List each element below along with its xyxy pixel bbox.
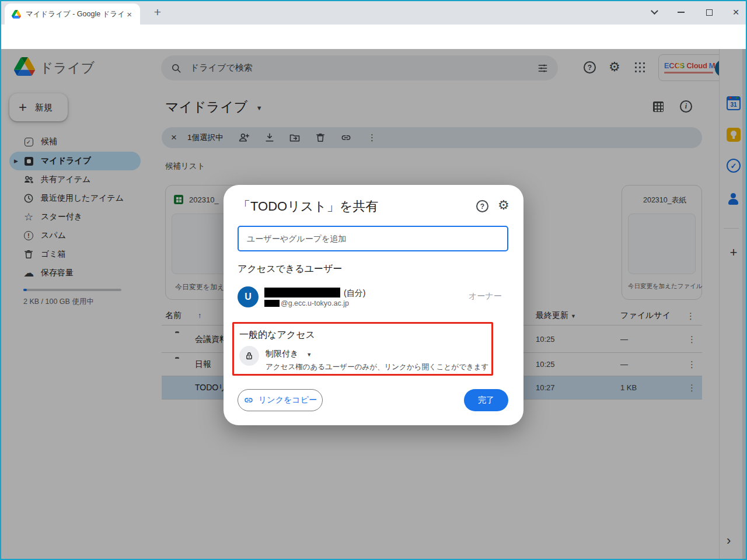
done-button[interactable]: 完了 [464,389,508,411]
tab-title: マイドライブ - Google ドライブ [26,9,124,19]
add-people-input[interactable] [238,226,508,251]
dialog-help-icon[interactable]: ? [476,200,488,212]
window-close-button[interactable]: × [722,0,747,24]
people-with-access-heading: アクセスできるユーザー [238,263,342,275]
redacted-name [264,288,340,298]
access-description: アクセス権のあるユーザーのみが、リンクから開くことができます [266,362,488,372]
tab-close-icon[interactable]: × [124,9,134,19]
dialog-settings-gear-icon[interactable]: ⚙ [498,198,509,213]
new-tab-button[interactable]: + [149,5,166,21]
owner-role: オーナー [469,291,502,302]
self-label: (自分) [344,288,365,299]
owner-avatar: U [238,286,259,307]
browser-tab[interactable]: マイドライブ - Google ドライブ × [5,4,140,24]
access-option-dropdown[interactable]: 制限付き ▼ [266,349,312,359]
tab-search-icon[interactable] [641,0,668,24]
window-minimize-button[interactable] [668,0,694,24]
copy-link-button[interactable]: リンクをコピー [238,389,323,411]
screen: マイドライブ - Google ドライブ × + × ← → ↻ drive.g… [0,0,747,560]
owner-email: @g.ecc.u-tokyo.ac.jp [281,299,349,307]
lock-icon [239,346,259,366]
drive-favicon [12,10,21,19]
dialog-title: 「TODOリスト」を共有 [238,198,378,215]
dropdown-caret-icon: ▼ [306,352,312,358]
browser-tabstrip: マイドライブ - Google ドライブ × + × [0,0,747,24]
link-icon [243,395,254,405]
share-dialog: 「TODOリスト」を共有 ? ⚙ アクセスできるユーザー U (自分) @g.e… [224,185,523,425]
window-maximize-button[interactable] [696,0,722,24]
redacted-email-prefix [264,300,280,307]
browser-toolbar: ← → ↻ drive.google.com/drive/my-drive ☆ … [0,24,747,50]
drive-page: ドライブ ドライブで検索 ? ⚙ ECCS Cloud Mail U + 新規 … [0,49,747,559]
general-access-heading: 一般的なアクセス [239,329,315,341]
